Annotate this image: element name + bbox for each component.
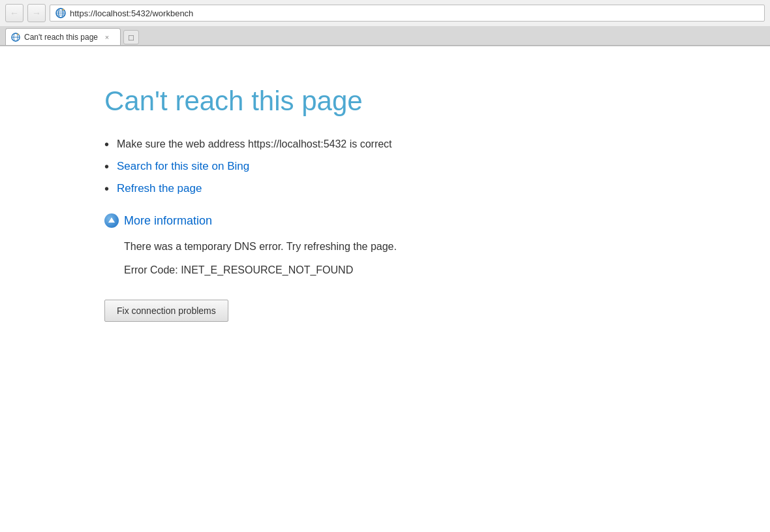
forward-icon: →: [32, 8, 41, 18]
browser-icon: [55, 8, 66, 18]
tab-close-button[interactable]: ×: [102, 32, 112, 42]
suggestion-list: Make sure the web address https://localh…: [104, 138, 770, 195]
address-text: https://localhost:5432/workbench: [70, 8, 193, 18]
tab-icon: [11, 33, 20, 42]
refresh-link[interactable]: Refresh the page: [117, 182, 202, 195]
list-item-refresh: Refresh the page: [104, 182, 770, 195]
new-tab-button[interactable]: □: [123, 30, 139, 44]
list-item-bing: Search for this site on Bing: [104, 160, 770, 173]
error-code-label: Error Code:: [124, 264, 178, 275]
list-item-address: Make sure the web address https://localh…: [104, 138, 770, 151]
address-bar[interactable]: https://localhost:5432/workbench: [50, 5, 765, 22]
new-tab-icon: □: [129, 33, 134, 42]
browser-chrome: ← → https://localhost:5432/workbench: [0, 0, 770, 46]
list-item-address-text: Make sure the web address https://localh…: [117, 138, 392, 150]
more-info-section: More information There was a temporary D…: [104, 213, 770, 276]
error-title: Can't reach this page: [104, 86, 770, 117]
error-details: There was a temporary DNS error. Try ref…: [104, 241, 770, 276]
search-bing-link[interactable]: Search for this site on Bing: [117, 160, 249, 173]
nav-bar: ← → https://localhost:5432/workbench: [0, 0, 770, 26]
page-content: Can't reach this page Make sure the web …: [0, 46, 770, 532]
info-icon-arrow: [108, 217, 115, 223]
error-code-value: INET_E_RESOURCE_NOT_FOUND: [181, 264, 353, 275]
tab-title: Can't reach this page: [24, 33, 98, 42]
fix-connection-button[interactable]: Fix connection problems: [104, 300, 228, 322]
active-tab[interactable]: Can't reach this page ×: [5, 28, 121, 45]
back-icon: ←: [10, 8, 19, 18]
forward-button[interactable]: →: [27, 4, 46, 22]
more-info-link[interactable]: More information: [124, 214, 212, 228]
dns-error-text: There was a temporary DNS error. Try ref…: [124, 241, 770, 253]
error-code-text: Error Code: INET_E_RESOURCE_NOT_FOUND: [124, 264, 770, 276]
info-icon: [104, 213, 119, 228]
tab-bar: Can't reach this page × □: [0, 26, 770, 46]
more-info-header[interactable]: More information: [104, 213, 770, 228]
back-button[interactable]: ←: [5, 4, 23, 22]
